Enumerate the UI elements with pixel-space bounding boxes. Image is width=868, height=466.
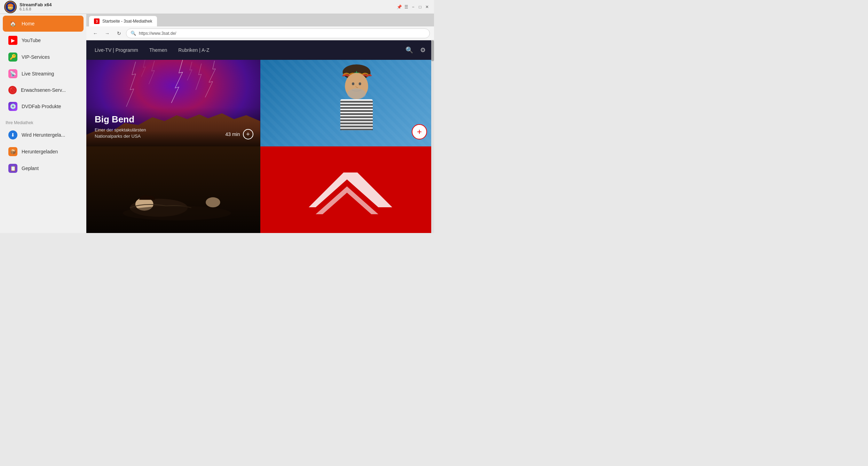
hero-overlay: Big Bend Einer der spektakulärsten Natio… <box>86 107 260 146</box>
scene-figures-svg <box>86 146 260 233</box>
navigation-bar: ← → ↻ 🔍 https://www.3sat.de/ <box>86 26 434 40</box>
planned-icon: 📋 <box>8 164 17 173</box>
svg-point-14 <box>347 88 365 99</box>
restore-button[interactable]: □ <box>417 4 423 10</box>
svg-rect-22 <box>340 119 372 121</box>
download-icon: ⬇ <box>8 130 17 139</box>
site-settings-icon[interactable]: ⚙ <box>420 46 426 54</box>
vip-icon: 🔑 <box>8 53 17 62</box>
site-nav-right: 🔍 ⚙ <box>405 46 426 54</box>
window-controls: 📌 ☰ − □ ✕ <box>396 4 430 10</box>
svg-rect-20 <box>340 113 372 115</box>
svg-point-12 <box>352 82 354 85</box>
person-card[interactable]: + <box>260 60 434 146</box>
logo-3sat-svg <box>302 159 392 221</box>
svg-rect-25 <box>340 129 372 130</box>
sidebar-item-dvdfab[interactable]: 💿 DVDFab Produkte <box>3 98 84 114</box>
hero-add-button[interactable]: + <box>243 129 253 139</box>
address-search-icon: 🔍 <box>131 31 136 36</box>
app-logo-icon <box>4 1 17 13</box>
sidebar-item-downloading-label: Wird Heruntergelа... <box>22 132 65 138</box>
content-grid: Big Bend Einer der spektakulärsten Natio… <box>86 60 434 233</box>
person-figure-svg <box>260 60 434 146</box>
sidebar-item-vip-label: VIP-Services <box>22 54 50 60</box>
svg-point-31 <box>123 206 231 220</box>
forward-button[interactable]: → <box>102 29 112 38</box>
page-scrollbar[interactable] <box>431 40 434 233</box>
dvdfab-icon: 💿 <box>8 102 17 111</box>
sidebar-item-downloading[interactable]: ⬇ Wird Heruntergelа... <box>3 127 84 143</box>
app-logo-area: StreamFab x64 6.1.6.8 <box>4 1 52 13</box>
close-button[interactable]: ✕ <box>424 4 430 10</box>
sidebar-item-erwachsen-label: Erwachsenen-Serv... <box>21 87 66 93</box>
svg-point-30 <box>206 197 220 207</box>
scene-card[interactable] <box>86 146 260 233</box>
svg-rect-17 <box>340 104 372 106</box>
svg-rect-16 <box>340 101 372 103</box>
library-section-label: Ihre Mediathek <box>0 118 86 127</box>
site-search-icon[interactable]: 🔍 <box>405 46 413 54</box>
svg-point-13 <box>358 82 361 85</box>
sidebar-item-erwachsen[interactable]: 🚫 Erwachsenen-Serv... <box>3 82 84 98</box>
reload-button[interactable]: ↻ <box>114 29 124 38</box>
tab-bar: 3 Startseite - 3sat-Mediathek <box>86 14 434 26</box>
svg-point-7 <box>8 4 13 7</box>
address-url: https://www.3sat.de/ <box>139 31 425 36</box>
app-name: StreamFab x64 <box>19 2 52 7</box>
scrollbar-thumb[interactable] <box>431 40 434 61</box>
main-layout: 🏠 Home ▶ YouTube 🔑 VIP-Services 📡 Live S… <box>0 14 434 233</box>
sidebar-item-home[interactable]: 🏠 Home <box>3 16 84 32</box>
titlebar: StreamFab x64 6.1.6.8 📌 ☰ − □ ✕ <box>0 0 434 14</box>
sidebar-item-dvdfab-label: DVDFab Produkte <box>22 104 61 109</box>
sidebar-item-planned[interactable]: 📋 Geplant <box>3 160 84 176</box>
browser-area: 3 Startseite - 3sat-Mediathek ← → ↻ 🔍 ht… <box>86 14 434 233</box>
minimize-button[interactable]: − <box>410 4 416 10</box>
svg-rect-21 <box>340 116 372 118</box>
person-add-button[interactable]: + <box>412 124 427 139</box>
sidebar-item-livestream[interactable]: 📡 Live Streaming <box>3 66 84 82</box>
menu-button[interactable]: ☰ <box>403 4 409 10</box>
sidebar-item-youtube[interactable]: ▶ YouTube <box>3 32 84 48</box>
logo-card[interactable] <box>260 146 434 233</box>
browser-tab[interactable]: 3 Startseite - 3sat-Mediathek <box>89 16 157 26</box>
hero-card-bigbend[interactable]: Big Bend Einer der spektakulärsten Natio… <box>86 60 260 146</box>
svg-rect-19 <box>340 110 372 112</box>
svg-rect-18 <box>340 107 372 109</box>
app-name-block: StreamFab x64 6.1.6.8 <box>19 2 52 11</box>
sidebar-item-planned-label: Geplant <box>22 166 39 171</box>
erwachsen-icon: 🚫 <box>8 86 17 94</box>
website-content: Live-TV | Programm Themen Rubriken | A-Z… <box>86 40 434 233</box>
sidebar-item-downloaded[interactable]: 📦 Heruntergeladen <box>3 144 84 160</box>
site-navigation: Live-TV | Programm Themen Rubriken | A-Z… <box>86 40 434 60</box>
sidebar: 🏠 Home ▶ YouTube 🔑 VIP-Services 📡 Live S… <box>0 14 86 233</box>
sidebar-item-livestream-label: Live Streaming <box>22 71 54 77</box>
home-icon: 🏠 <box>8 19 17 28</box>
site-nav-rubriken[interactable]: Rubriken | A-Z <box>178 47 209 53</box>
sidebar-item-vip[interactable]: 🔑 VIP-Services <box>3 49 84 65</box>
hero-duration: 43 min + <box>225 129 253 139</box>
back-button[interactable]: ← <box>90 29 100 38</box>
sidebar-item-downloaded-label: Heruntergeladen <box>22 149 58 154</box>
tab-favicon: 3 <box>94 18 100 24</box>
site-nav-themen[interactable]: Themen <box>149 47 167 53</box>
svg-rect-23 <box>340 122 372 124</box>
hero-title: Big Bend <box>95 114 252 125</box>
livestream-icon: 📡 <box>8 69 17 78</box>
svg-rect-24 <box>340 126 372 127</box>
app-version: 6.1.6.8 <box>19 7 52 11</box>
pin-button[interactable]: 📌 <box>396 4 402 10</box>
tab-title: Startseite - 3sat-Mediathek <box>102 19 152 24</box>
sidebar-item-youtube-label: YouTube <box>22 38 41 43</box>
downloaded-icon: 📦 <box>8 147 17 156</box>
site-nav-live-tv[interactable]: Live-TV | Programm <box>95 47 138 53</box>
address-bar[interactable]: 🔍 https://www.3sat.de/ <box>126 29 430 38</box>
youtube-icon: ▶ <box>8 36 17 45</box>
sidebar-item-home-label: Home <box>22 21 34 26</box>
